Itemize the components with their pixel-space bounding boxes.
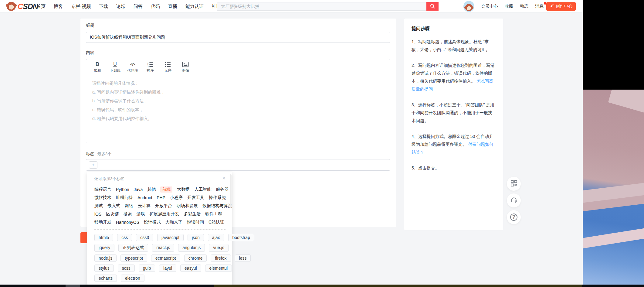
tag-category-吐槽问答[interactable]: 吐槽问答: [116, 195, 133, 200]
nav-item-问答[interactable]: 问答: [134, 4, 143, 9]
add-tag-button[interactable]: +: [89, 161, 97, 169]
tag-category-测试[interactable]: 测试: [94, 203, 103, 209]
search-input[interactable]: [217, 2, 426, 11]
toolbar-button-unordered-list[interactable]: 无序: [159, 61, 177, 73]
tag-chip-正则表达式[interactable]: 正则表达式: [118, 244, 148, 252]
toolbar-button-image[interactable]: 图像: [177, 61, 194, 73]
tag-chip-node.js[interactable]: node.js: [94, 255, 117, 262]
search-button[interactable]: [426, 2, 439, 11]
tag-category-编程语言[interactable]: 编程语言: [94, 187, 111, 192]
tag-category-区块链[interactable]: 区块链: [106, 211, 119, 217]
toolbar-button-code[interactable]: </>代码段: [124, 61, 141, 73]
tag-category-云计算[interactable]: 云计算: [138, 203, 151, 209]
wallpaper-dark-area: [583, 0, 644, 90]
tag-category-其他[interactable]: 其他: [147, 187, 156, 192]
main-nav-menu: 首页博客专栏·视频下载论坛问答代码直播能力认证社区: [36, 0, 221, 13]
tag-category-HarmonyOS[interactable]: HarmonyOS: [116, 220, 139, 225]
tag-chip-scss[interactable]: scss: [118, 265, 135, 272]
tag-category-大咖来了[interactable]: 大咖来了: [165, 220, 182, 225]
dropdown-scrollbar[interactable]: [230, 174, 232, 208]
question-title-input[interactable]: [86, 32, 390, 43]
qr-code-button[interactable]: [507, 177, 521, 191]
tag-category-软件工程[interactable]: 软件工程: [205, 211, 222, 217]
tag-category-服务器[interactable]: 服务器: [216, 187, 229, 192]
notification-dot: [544, 2, 546, 5]
taskbar-strip[interactable]: [0, 285, 644, 287]
user-link-消息[interactable]: 消息: [535, 4, 544, 9]
tag-chip-chrome[interactable]: chrome: [184, 255, 207, 262]
tag-chip-angular.js[interactable]: angular.js: [178, 244, 205, 252]
user-avatar[interactable]: [463, 1, 474, 12]
nav-item-直播[interactable]: 直播: [168, 4, 177, 9]
tag-category-微软技术[interactable]: 微软技术: [94, 195, 111, 200]
tag-chip-jquery[interactable]: jquery: [94, 244, 114, 252]
toolbar-button-ordered-list[interactable]: 123有序: [141, 61, 159, 73]
tag-category-搜索[interactable]: 搜索: [123, 211, 132, 217]
tag-category-开发工具[interactable]: 开发工具: [187, 195, 204, 200]
tag-chip-css3[interactable]: css3: [136, 234, 153, 241]
tag-chip-json[interactable]: json: [188, 234, 204, 241]
tag-chip-firefox[interactable]: firefox: [211, 255, 231, 262]
content-editor[interactable]: B加粗U下划线</>代码段123有序无序图像 请描述问题的具体情况：a. 写问题…: [86, 59, 390, 143]
tag-category-C站认证[interactable]: C站认证: [208, 220, 224, 225]
tag-chip-vue.js[interactable]: vue.js: [209, 244, 229, 252]
tag-chip-ecmascript[interactable]: ecmascript: [151, 255, 180, 262]
user-link-收藏[interactable]: 收藏: [505, 4, 513, 9]
toolbar-button-bold[interactable]: B加粗: [89, 61, 106, 73]
tag-category-嵌入式[interactable]: 嵌入式: [107, 203, 120, 209]
tag-category-开放平台[interactable]: 开放平台: [155, 203, 172, 209]
tag-chip-css[interactable]: css: [117, 234, 132, 241]
customer-service-button[interactable]: [507, 193, 521, 207]
tag-category-职场和发展[interactable]: 职场和发展: [177, 203, 198, 209]
tag-category-数据结构与算法[interactable]: 数据结构与算法: [202, 203, 232, 209]
tag-chip-ajax[interactable]: ajax: [208, 234, 224, 241]
tag-chip-bootstrap[interactable]: bootstrap: [228, 234, 254, 241]
tag-category-iOS[interactable]: iOS: [94, 212, 101, 217]
tag-category-网络[interactable]: 网络: [125, 203, 133, 209]
user-link-动态[interactable]: 动态: [520, 4, 528, 9]
nav-item-首页[interactable]: 首页: [36, 4, 46, 9]
toolbar-button-underline[interactable]: U下划线: [106, 61, 124, 73]
tag-chip-stylus[interactable]: stylus: [94, 265, 114, 272]
tag-category-PHP[interactable]: PHP: [157, 195, 165, 200]
tag-category-人工智能[interactable]: 人工智能: [194, 187, 211, 192]
tag-chip-easyui[interactable]: easyui: [180, 265, 201, 272]
tag-category-移动开发[interactable]: 移动开发: [94, 220, 111, 225]
tag-category-多彩生活[interactable]: 多彩生活: [184, 211, 201, 217]
tag-category-Java[interactable]: Java: [134, 187, 143, 192]
tag-chip-gulp[interactable]: gulp: [139, 265, 155, 272]
help-button[interactable]: ?: [507, 210, 521, 224]
tag-chip-less[interactable]: less: [235, 255, 251, 262]
close-icon[interactable]: ×: [222, 176, 225, 180]
tag-chip-electron[interactable]: electron: [121, 275, 144, 282]
nav-item-代码[interactable]: 代码: [151, 4, 160, 9]
tag-category-扩展屏应用开发[interactable]: 扩展屏应用开发: [149, 211, 179, 217]
tag-category-Android[interactable]: Android: [137, 195, 152, 200]
tag-category-设计模式[interactable]: 设计模式: [144, 220, 161, 225]
tag-category-Python[interactable]: Python: [116, 187, 129, 192]
tag-chip-layui[interactable]: layui: [159, 265, 176, 272]
csdn-logo[interactable]: CSDN: [7, 2, 38, 11]
tag-chip-typescript[interactable]: typescript: [120, 255, 147, 262]
nav-item-能力认证[interactable]: 能力认证: [185, 4, 204, 9]
tag-category-小程序[interactable]: 小程序: [170, 195, 183, 200]
taskbar-segment: [66, 285, 80, 287]
tags-input-box[interactable]: +: [86, 159, 390, 171]
tag-chip-react.js[interactable]: react.js: [152, 244, 174, 252]
nav-item-论坛[interactable]: 论坛: [116, 4, 125, 9]
user-link-会员中心[interactable]: 会员中心: [481, 4, 498, 9]
tag-category-悦读时间[interactable]: 悦读时间: [187, 220, 204, 225]
ask-step-text: 3、选择标签，不超过三个。“问答团队” 是用于和问答开发团队沟通的，不能用于一般…: [412, 102, 494, 123]
tag-chip-elementui[interactable]: elementui: [205, 265, 232, 272]
tag-chip-echarts[interactable]: echarts: [94, 275, 117, 282]
creator-center-button[interactable]: 创作中心: [546, 2, 576, 11]
nav-item-下载[interactable]: 下载: [99, 4, 108, 9]
tag-chip-javascript[interactable]: javascript: [157, 234, 184, 241]
nav-item-专栏·视频[interactable]: 专栏·视频: [71, 4, 91, 9]
tag-category-前端[interactable]: 前端: [160, 186, 172, 193]
nav-item-博客[interactable]: 博客: [54, 4, 63, 9]
tag-category-游戏[interactable]: 游戏: [136, 211, 145, 217]
tag-chip-html5[interactable]: html5: [94, 234, 113, 241]
tag-category-操作系统[interactable]: 操作系统: [209, 195, 226, 200]
tag-category-大数据[interactable]: 大数据: [177, 187, 190, 192]
